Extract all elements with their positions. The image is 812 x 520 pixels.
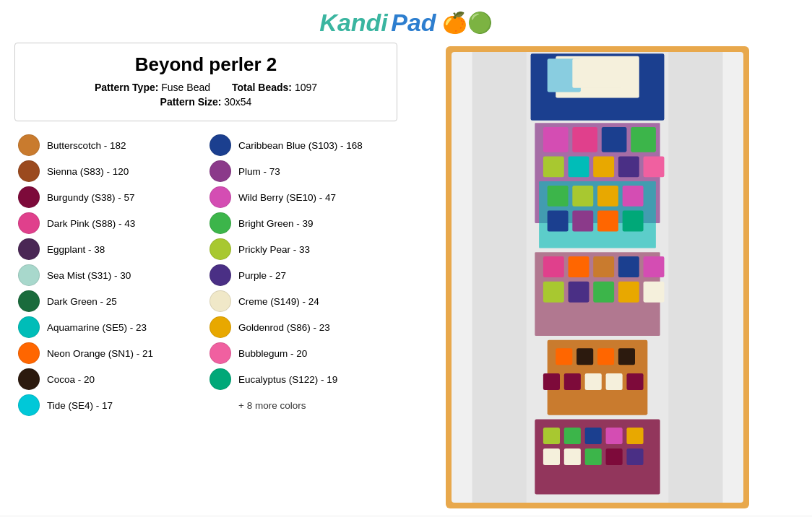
color-name: Goldenrod (S86) - 23 [238,322,330,333]
color-swatch [18,316,40,338]
svg-rect-32 [593,282,614,303]
pattern-inner [452,52,743,503]
color-name: Dark Green - 25 [47,296,117,307]
svg-rect-21 [572,211,593,232]
color-swatch [18,212,40,234]
svg-rect-43 [606,373,623,390]
svg-rect-9 [631,127,656,152]
logo: Kandi Pad 🍊🟢 [319,9,492,37]
color-swatch [210,160,231,182]
svg-rect-44 [626,373,643,390]
color-item: Sea Mist (S31) - 30 [18,264,202,286]
color-item: Cocoa - 20 [18,368,202,390]
color-swatch [18,186,40,208]
color-item: Bright Green - 39 [210,212,394,234]
color-item: Eucalyptus (S122) - 19 [210,368,394,390]
color-swatch [18,160,40,182]
svg-rect-16 [548,186,569,207]
color-name: Caribbean Blue (S103) - 168 [238,140,363,151]
pattern-type: Pattern Type: Fuse Bead [95,82,210,93]
svg-rect-13 [618,156,639,177]
main-content: Beyond perler 2 Pattern Type: Fuse Bead … [0,43,812,516]
color-item: Wild Berry (SE10) - 47 [210,186,394,208]
svg-rect-55 [626,448,643,465]
color-name: Dark Pink (S88) - 43 [47,218,135,229]
svg-rect-18 [597,186,618,207]
color-name: Sienna (S83) - 120 [47,166,129,177]
footer: Pattern by 3vienalum Create your own pat… [0,516,812,520]
color-item: Bubblegum - 20 [210,342,394,364]
logo-icons: 🍊🟢 [442,11,493,35]
svg-rect-49 [606,428,623,444]
svg-rect-23 [623,211,644,232]
color-item: Aquamarine (SE5) - 23 [18,316,202,338]
svg-rect-41 [564,373,581,390]
color-name: Sea Mist (S31) - 30 [47,270,131,281]
color-item: Sienna (S83) - 120 [18,160,202,182]
svg-rect-8 [602,127,627,152]
color-item: Butterscotch - 182 [18,134,202,156]
pattern-size: Pattern Size: 30x54 [160,96,252,108]
color-swatch [18,368,40,390]
right-panel [397,43,798,508]
color-name: Creme (S149) - 24 [238,296,319,307]
svg-rect-36 [556,348,572,365]
color-name: Tide (SE4) - 17 [47,400,113,411]
color-item: Dark Green - 25 [18,290,202,312]
svg-rect-6 [543,127,569,152]
svg-rect-42 [585,373,602,390]
color-item: Eggplant - 38 [18,238,202,260]
color-swatch [18,134,40,156]
color-name: Bubblegum - 20 [238,348,307,359]
svg-rect-31 [569,282,589,303]
color-item: Purple - 27 [210,264,394,286]
svg-rect-40 [543,373,560,390]
color-swatch [18,238,40,260]
color-swatch [18,290,40,312]
color-item: Tide (SE4) - 17 [18,394,202,416]
svg-rect-30 [543,282,564,303]
color-item: Prickly Pear - 33 [210,238,394,260]
svg-rect-17 [572,186,593,207]
color-swatch [18,342,40,364]
svg-rect-28 [618,256,639,277]
svg-rect-20 [548,211,569,232]
color-item: Neon Orange (SN1) - 21 [18,342,202,364]
pattern-svg [452,52,743,503]
svg-rect-52 [564,448,581,465]
svg-rect-27 [593,256,614,277]
info-box: Beyond perler 2 Pattern Type: Fuse Bead … [14,43,397,121]
color-swatch [210,290,231,312]
pattern-size-label: Pattern Size: [160,96,222,108]
color-name: Wild Berry (SE10) - 47 [238,192,336,203]
svg-rect-53 [585,448,602,465]
info-row-2: Pattern Size: 30x54 [30,96,382,108]
logo-pad: Pad [391,9,436,37]
color-swatch [210,212,231,234]
header: Kandi Pad 🍊🟢 [0,0,812,43]
color-name: Burgundy (S38) - 57 [47,192,135,203]
pattern-type-label: Pattern Type: [95,82,158,93]
color-swatch [210,342,231,364]
svg-rect-26 [569,256,589,277]
svg-rect-4 [572,58,622,87]
svg-rect-37 [576,348,593,365]
color-swatch [210,186,231,208]
svg-rect-7 [572,127,597,152]
pattern-title: Beyond perler 2 [30,53,382,76]
svg-rect-19 [623,186,644,207]
pattern-size-value: 30x54 [224,96,251,108]
svg-rect-51 [543,448,560,465]
total-beads-label: Total Beads: [232,82,292,93]
colors-grid: Butterscotch - 182 Caribbean Blue (S103)… [14,134,397,416]
color-name: Eggplant - 38 [47,244,105,255]
svg-rect-25 [543,256,564,277]
svg-rect-46 [543,428,560,444]
color-name: Neon Orange (SN1) - 21 [47,348,153,359]
color-swatch [210,368,231,390]
color-name: Prickly Pear - 33 [238,244,310,255]
color-swatch [18,264,40,286]
svg-rect-56 [472,52,527,503]
more-colors: + 8 more colors [210,394,394,416]
svg-rect-47 [564,428,581,444]
